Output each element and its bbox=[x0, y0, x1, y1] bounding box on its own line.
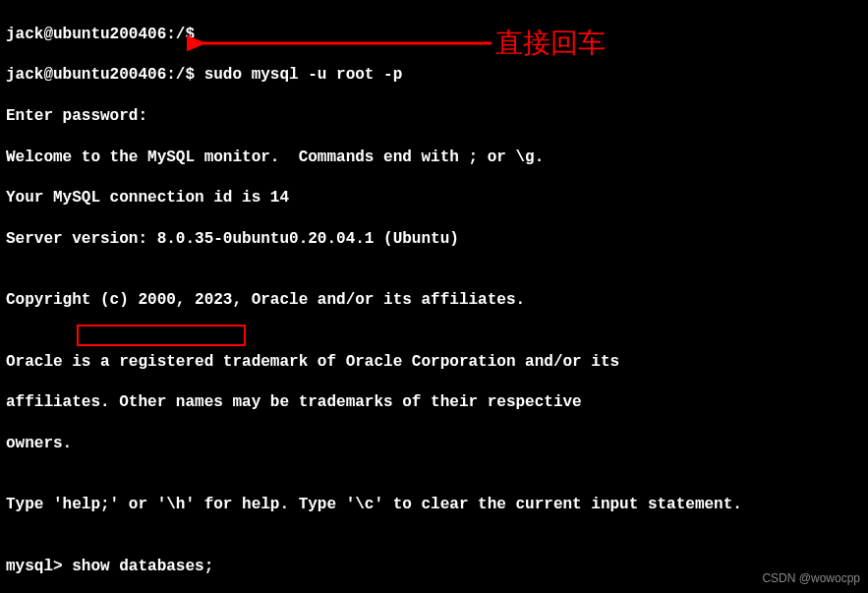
terminal-line: jack@ubuntu200406:/$ bbox=[6, 25, 862, 45]
terminal-line: mysql> show databases; bbox=[6, 557, 862, 577]
terminal-line: Welcome to the MySQL monitor. Commands e… bbox=[6, 148, 862, 168]
terminal-line: Your MySQL connection id is 14 bbox=[6, 188, 862, 208]
terminal-line: Oracle is a registered trademark of Orac… bbox=[6, 352, 862, 373]
terminal-line: Copyright (c) 2000, 2023, Oracle and/or … bbox=[6, 290, 862, 311]
terminal-line: Enter password: bbox=[6, 106, 862, 127]
terminal-line: Type 'help;' or '\h' for help. Type '\c'… bbox=[6, 495, 862, 515]
terminal-output[interactable]: jack@ubuntu200406:/$ jack@ubuntu200406:/… bbox=[6, 4, 862, 593]
terminal-line: jack@ubuntu200406:/$ sudo mysql -u root … bbox=[6, 65, 862, 86]
terminal-line: Server version: 8.0.35-0ubuntu0.20.04.1 … bbox=[6, 229, 862, 250]
watermark-label: CSDN @wowocpp bbox=[762, 571, 860, 587]
terminal-line: affiliates. Other names may be trademark… bbox=[6, 392, 862, 413]
terminal-line: owners. bbox=[6, 434, 862, 454]
